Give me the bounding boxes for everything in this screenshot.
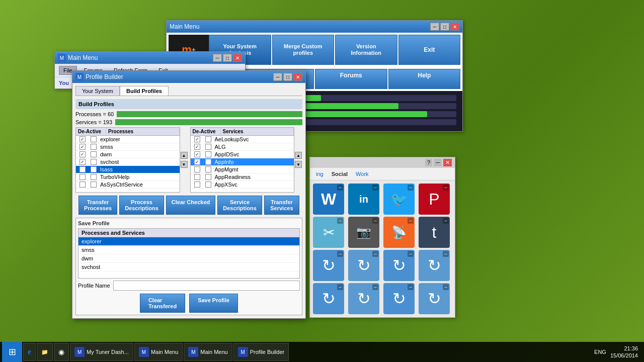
save-list-row-explorer[interactable]: explorer (78, 237, 299, 246)
service-row-appmgmt[interactable]: AppMgmt (191, 166, 294, 173)
tile-rss-close[interactable]: ─ (408, 218, 414, 224)
service-descriptions-button[interactable]: ServiceDescriptions (217, 196, 262, 215)
save-buttons: ClearTransfered Save Profile (78, 294, 300, 313)
taskbar-my-tuner[interactable]: M My Tuner Dash... (70, 343, 133, 361)
tile-refresh-2[interactable]: ─ ↻ (348, 250, 379, 281)
process-row-smss[interactable]: smss (76, 143, 180, 151)
service-row-aelookup[interactable]: AeLookupSvc (191, 136, 294, 143)
tile-refresh-3[interactable]: ─ ↻ (383, 250, 415, 281)
nav-forums[interactable]: Forums (315, 69, 387, 89)
tile-wordpress[interactable]: ─ W (313, 184, 344, 215)
process-row-assysctrl[interactable]: AsSysCtrlService (76, 181, 180, 189)
process-descriptions-button[interactable]: ProcessDescriptions (119, 196, 164, 215)
tile-refresh8-close[interactable]: ─ (443, 284, 449, 290)
social-panel-close[interactable]: ✕ (443, 159, 452, 166)
tile-refresh-1[interactable]: ─ ↻ (313, 250, 344, 281)
profile-builder-minimize[interactable]: ─ (273, 73, 282, 81)
tile-camera-close[interactable]: ─ (372, 218, 378, 224)
services-arrow-down[interactable]: ▼ (295, 161, 302, 168)
tile-linkedin[interactable]: ─ in (348, 184, 379, 215)
processes-bar (117, 111, 302, 117)
save-list-row-dwm[interactable]: dwm (78, 254, 299, 263)
social-nav-social[interactable]: Social (329, 170, 351, 178)
social-nav-ing[interactable]: ing (313, 170, 327, 178)
tile-refresh5-close[interactable]: ─ (337, 284, 343, 290)
taskbar-file-explorer[interactable]: 📁 (37, 343, 53, 361)
taskbar-main-menu2[interactable]: M Main Menu (184, 343, 232, 361)
tile-refresh1-close[interactable]: ─ (337, 251, 343, 257)
start-button[interactable]: ⊞ (2, 342, 22, 362)
profile-name-input[interactable] (113, 281, 300, 291)
main-menu2-icon: M (58, 54, 66, 62)
social-nav-work[interactable]: Work (353, 170, 371, 178)
tile-twitter[interactable]: ─ 🐦 (383, 184, 415, 215)
clock-date: 15/06/2014 (610, 352, 638, 359)
transfer-processes-button[interactable]: TransferProcesses (78, 196, 117, 215)
tile-pinterest[interactable]: ─ P (419, 184, 450, 215)
processes-arrow-down[interactable]: ▼ (181, 161, 188, 168)
main-menu2-maximize[interactable]: □ (223, 54, 232, 62)
tile-tumblr[interactable]: ─ t (419, 217, 450, 248)
minimize-button[interactable]: ─ (430, 23, 439, 31)
profile-builder-close[interactable]: ✕ (293, 73, 302, 81)
tile-refresh6-close[interactable]: ─ (372, 284, 378, 290)
nav-merge-custom-profiles[interactable]: Merge Customprofiles (272, 35, 335, 65)
tile-tumblr-close[interactable]: ─ (443, 218, 449, 224)
processes-arrow-up[interactable]: ▲ (181, 152, 188, 159)
tile-refresh-6[interactable]: ─ ↻ (348, 283, 379, 314)
tile-refresh-4[interactable]: ─ ↻ (419, 250, 450, 281)
process-row-svchost[interactable]: svchost (76, 158, 180, 166)
process-row-lsass[interactable]: lsass (76, 166, 180, 173)
save-profile-button[interactable]: Save Profile (189, 294, 238, 313)
tray-lang: ENG (594, 349, 606, 355)
services-arrow-up[interactable]: ▲ (295, 152, 302, 159)
profile-builder-maximize[interactable]: □ (283, 73, 292, 81)
tile-wordpress-close[interactable]: ─ (337, 185, 343, 191)
service-row-appinfo[interactable]: AppInfo (191, 158, 294, 166)
tile-refresh4-close[interactable]: ─ (443, 251, 449, 257)
taskbar-ie[interactable]: e (23, 343, 36, 361)
maximize-button[interactable]: □ (440, 23, 449, 31)
service-row-appreadiness[interactable]: AppReadiness (191, 173, 294, 181)
clear-transferred-button[interactable]: ClearTransfered (140, 294, 185, 313)
tab-build-profiles[interactable]: Build Profiles (120, 86, 169, 96)
service-row-alg[interactable]: ALG (191, 143, 294, 151)
nav-exit[interactable]: Exit (398, 35, 461, 65)
taskbar-profile-builder[interactable]: M Profile Builder (233, 343, 289, 361)
main-menu2-title: Main Menu (68, 54, 98, 61)
social-panel-minimize[interactable]: ─ (434, 159, 442, 166)
tab-your-system[interactable]: Your System (75, 86, 120, 96)
save-list-row-svchost[interactable]: svchost (78, 263, 299, 272)
tile-rss[interactable]: ─ 📡 (383, 217, 415, 248)
close-button[interactable]: ✕ (450, 23, 459, 31)
tile-clipboard[interactable]: ─ ✂ (313, 217, 344, 248)
nav-version-information[interactable]: VersionInformation (335, 35, 397, 65)
process-row-turboVHelp[interactable]: TurboVHelp (76, 173, 180, 181)
main-menu2-you: You (59, 80, 69, 86)
taskbar-chrome[interactable]: ◉ (54, 343, 69, 361)
main-menu2-minimize[interactable]: ─ (213, 54, 222, 62)
tile-refresh3-close[interactable]: ─ (408, 251, 414, 257)
main-menu2-close[interactable]: ✕ (233, 54, 242, 62)
tile-refresh2-close[interactable]: ─ (372, 251, 378, 257)
transfer-services-button[interactable]: TransferServices (264, 196, 299, 215)
tile-refresh7-close[interactable]: ─ (408, 284, 414, 290)
service-row-appidsvc[interactable]: AppIDSvc (191, 151, 294, 158)
tile-camera[interactable]: ─ 📷 (348, 217, 379, 248)
clear-checked-button[interactable]: Clear Checked (166, 196, 215, 215)
save-list-row-smss[interactable]: smss (78, 246, 299, 254)
tile-refresh-7[interactable]: ─ ↻ (383, 283, 415, 314)
tile-clipboard-close[interactable]: ─ (337, 218, 343, 224)
taskbar: ⊞ e 📁 ◉ M My Tuner Dash... M Main Menu M… (0, 342, 644, 362)
tile-pinterest-close[interactable]: ─ (443, 185, 449, 191)
nav-help[interactable]: Help (388, 69, 461, 89)
social-panel-help[interactable]: ? (425, 159, 432, 166)
tile-refresh-5[interactable]: ─ ↻ (313, 283, 344, 314)
taskbar-main-menu1[interactable]: M Main Menu (134, 343, 183, 361)
tile-linkedin-close[interactable]: ─ (372, 185, 378, 191)
tile-refresh-8[interactable]: ─ ↻ (419, 283, 450, 314)
process-row-dwm[interactable]: dwm (76, 151, 180, 158)
tile-twitter-close[interactable]: ─ (408, 185, 414, 191)
process-row-explorer[interactable]: explorer (76, 136, 180, 143)
service-row-appxsvc[interactable]: AppXSvc (191, 181, 294, 189)
